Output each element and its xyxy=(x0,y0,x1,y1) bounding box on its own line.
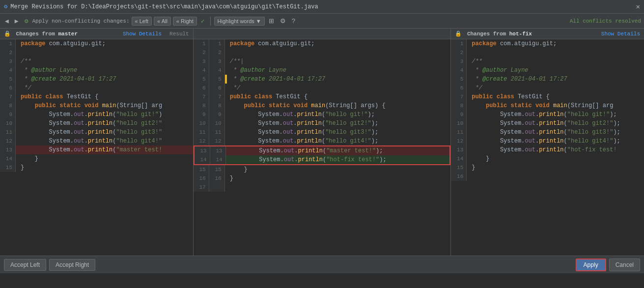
table-row: 10 System.out.println("hello git2!"); xyxy=(451,119,644,128)
right-panel: 🔒 Changes from hot-fix Show Details 1 pa… xyxy=(451,29,644,256)
table-row: 12 12 System.out.println("hello git4!"); xyxy=(194,137,451,145)
table-row: 3 /** xyxy=(0,57,193,66)
table-row: 11 11 System.out.println("hello git3!"); xyxy=(194,128,451,137)
right-code-lines: 1 package com.atguigu.git; 2 3 /** 4 xyxy=(451,39,644,181)
table-row: 3 3 /**| xyxy=(194,57,451,66)
table-row: 17 xyxy=(194,183,451,192)
toolbar-icon-check[interactable]: ✓ xyxy=(199,16,207,26)
table-row: 15 15 } xyxy=(194,165,451,174)
highlight-words-btn[interactable]: Highlight words ▼ xyxy=(214,17,265,26)
accept-right-button[interactable]: Accept Right xyxy=(49,259,95,271)
table-row: 10 10 System.out.println("hello git2!"); xyxy=(194,119,451,128)
toolbar-icon-forward[interactable]: ▶ xyxy=(13,16,21,26)
all-btn[interactable]: « All xyxy=(154,17,171,26)
table-row: 9 System.out.println("hello git!") xyxy=(0,110,193,119)
lock-icon-left: 🔒 xyxy=(4,31,11,37)
table-row: 7 7 public class TestGit { xyxy=(194,92,451,101)
right-panel-header: 🔒 Changes from hot-fix Show Details xyxy=(451,29,644,39)
table-row: 4 4 * @author Layne xyxy=(194,66,451,75)
table-row: 14 } xyxy=(0,154,193,163)
left-code-area[interactable]: 1 package com.atguigu.git; 2 3 /** 4 xyxy=(0,39,193,256)
center-code-lines: 1 1 package com.atguigu.git; 2 2 3 3 /**… xyxy=(194,39,451,192)
diff-container: 🔒 Changes from master Show Details Resul… xyxy=(0,29,644,256)
table-row: 9 9 System.out.println("hello git!"); xyxy=(194,110,451,119)
lock-icon-right: 🔒 xyxy=(455,31,462,37)
table-row: 1 1 package com.atguigu.git; xyxy=(194,39,451,48)
help-btn[interactable]: ? xyxy=(290,16,297,26)
bottom-right-actions: Apply Cancel xyxy=(576,259,640,271)
table-row: 6 */ xyxy=(0,84,193,92)
table-row: 5 5 * @create 2021-04-01 17:27 xyxy=(194,75,451,84)
table-row: 1 package com.atguigu.git; xyxy=(0,39,193,48)
table-row: 3 /** xyxy=(451,57,644,66)
table-row: 8 8 public static void main(String[] arg… xyxy=(194,101,451,110)
table-row: 11 System.out.println("hello git3!"); xyxy=(451,128,644,137)
table-row: 7 public class TestGit { xyxy=(451,92,644,101)
conflict-master-line: 13 13 System.out.println("master test!")… xyxy=(194,145,451,155)
left-panel-header: 🔒 Changes from master Show Details Resul… xyxy=(0,29,193,39)
right-branch-name: Changes from hot-fix xyxy=(467,31,532,37)
toolbar-icon-merge[interactable]: ⚙ xyxy=(23,16,30,26)
accept-left-button[interactable]: Accept Left xyxy=(4,259,46,271)
table-row: 2 xyxy=(451,48,644,57)
conflicts-resolved-label: All conflicts resolved xyxy=(570,18,641,24)
app-icon: ⚙ xyxy=(4,3,7,10)
table-row: 16 16 } xyxy=(194,174,451,183)
table-row: 12 System.out.println("hello git4!"); xyxy=(451,137,644,145)
table-row: 15 } xyxy=(451,163,644,172)
right-show-details[interactable]: Show Details xyxy=(601,31,640,37)
highlight-words-label: Highlight words xyxy=(218,18,254,24)
table-row: 1 package com.atguigu.git; xyxy=(451,39,644,48)
window-title: Merge Revisions for D:\IdeaProjects\git-… xyxy=(10,3,318,10)
left-branch-name: Changes from master xyxy=(16,31,78,37)
bottom-left-actions: Accept Left Accept Right xyxy=(4,259,95,271)
right-btn[interactable]: « Right xyxy=(173,17,197,26)
close-button[interactable]: ✕ xyxy=(636,2,640,11)
result-label: Result xyxy=(169,31,189,37)
separator1 xyxy=(210,17,211,26)
table-row: 10 System.out.println("hello git2!" xyxy=(0,119,193,128)
table-row: 7 public class TestGit { xyxy=(0,92,193,101)
table-row: 4 * @author Layne xyxy=(451,66,644,75)
table-row: 16 xyxy=(451,172,644,181)
table-row: 2 xyxy=(0,48,193,57)
table-row: 4 * @author Layne xyxy=(0,66,193,75)
table-row: 8 public static void main(String[] arg xyxy=(451,101,644,110)
right-code-area[interactable]: 1 package com.atguigu.git; 2 3 /** 4 xyxy=(451,39,644,256)
left-btn[interactable]: « Left xyxy=(132,17,152,26)
dropdown-arrow-icon: ▼ xyxy=(256,18,261,24)
table-row: 13 System.out.println("hot-fix test! xyxy=(451,145,644,154)
title-bar: ⚙ Merge Revisions for D:\IdeaProjects\gi… xyxy=(0,0,644,14)
left-code-lines: 1 package com.atguigu.git; 2 3 /** 4 xyxy=(0,39,193,172)
table-row: 5 * @create 2021-04-01 17:27 xyxy=(0,75,193,84)
table-row: 6 */ xyxy=(451,84,644,92)
table-row: 12 System.out.println("hello git4!" xyxy=(0,137,193,145)
apply-button[interactable]: Apply xyxy=(576,259,606,271)
settings-icon-btn[interactable]: ⚙ xyxy=(278,16,288,26)
table-row: 15 } xyxy=(0,163,193,172)
table-row: 14 } xyxy=(451,154,644,163)
conflict-hotfix-line: 14 14 System.out.println("hot-fix test!"… xyxy=(194,155,451,165)
table-row: 9 System.out.println("hello git!"); xyxy=(451,110,644,119)
table-row: 11 System.out.println("hello git3!" xyxy=(0,128,193,137)
center-panel: 1 1 package com.atguigu.git; 2 2 3 3 /**… xyxy=(194,29,451,256)
table-row: 2 2 xyxy=(194,48,451,57)
grid-icon-btn[interactable]: ⊞ xyxy=(267,16,276,26)
center-panel-header xyxy=(194,29,451,39)
table-row: 6 6 */ xyxy=(194,84,451,92)
table-row: 5 * @create 2021-04-01 17:27 xyxy=(451,75,644,84)
center-code-area[interactable]: 1 1 package com.atguigu.git; 2 2 3 3 /**… xyxy=(194,39,451,256)
toolbar: ◀ ▶ ⚙ Apply non-conflicting changes: « L… xyxy=(0,14,644,29)
left-panel: 🔒 Changes from master Show Details Resul… xyxy=(0,29,194,256)
left-show-details[interactable]: Show Details xyxy=(123,31,162,37)
table-row: 8 public static void main(String[] arg xyxy=(0,101,193,110)
toolbar-icon-back[interactable]: ◀ xyxy=(3,16,11,26)
table-row: 13 System.out.println("master test! xyxy=(0,145,193,154)
bottom-bar: Accept Left Accept Right Apply Cancel xyxy=(0,256,644,273)
cancel-button[interactable]: Cancel xyxy=(609,259,640,271)
apply-non-conflicting-label: Apply non-conflicting changes: xyxy=(32,18,129,24)
